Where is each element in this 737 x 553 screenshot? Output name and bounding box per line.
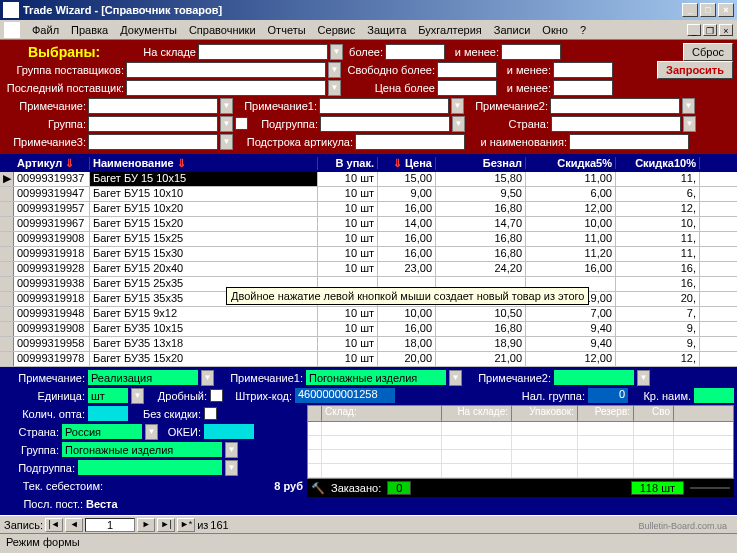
table-row[interactable]: 00999319928 Багет БУ15 20x40 10 шт 23,00… bbox=[0, 262, 737, 277]
menu-window[interactable]: Окно bbox=[536, 22, 574, 38]
table-row[interactable]: 00999319948 Багет БУ15 9x12 10 шт 10,00 … bbox=[0, 307, 737, 322]
detail-note1[interactable]: Погонажные изделия bbox=[306, 370, 446, 385]
menu-file[interactable]: Файл bbox=[26, 22, 65, 38]
freemore-input[interactable] bbox=[437, 62, 497, 78]
namesub-label: и наименования: bbox=[467, 136, 567, 148]
tooltip: Двойное нажатие левой кнопкой мыши созда… bbox=[226, 287, 589, 305]
detail-subgroup[interactable] bbox=[78, 460, 222, 475]
title-bar: Trade Wizard - [Справочник товаров] _ □ … bbox=[0, 0, 737, 20]
nav-next[interactable]: ► bbox=[137, 518, 155, 532]
less-input[interactable] bbox=[501, 44, 561, 60]
order-bar: 🔨 Заказано: 0 118 шт bbox=[307, 479, 734, 497]
window-title: Trade Wizard - [Справочник товаров] bbox=[23, 4, 682, 16]
grid-header: Артикул ⇓ Наименование ⇓ В упак. ⇓ Цена … bbox=[0, 154, 737, 172]
warehouse-row[interactable]: Дальний 0, 0, 0, 0 bbox=[308, 436, 733, 450]
request-button[interactable]: Запросить bbox=[657, 61, 733, 79]
nav-first[interactable]: |◄ bbox=[45, 518, 63, 532]
onstock-drop[interactable]: ▼ bbox=[330, 44, 343, 60]
note3-drop[interactable]: ▼ bbox=[220, 134, 233, 150]
lastsup-drop[interactable]: ▼ bbox=[328, 80, 341, 96]
less-label: и менее: bbox=[447, 46, 499, 58]
freemore-label: Свободно более: bbox=[343, 64, 435, 76]
less2-label: и менее: bbox=[499, 64, 551, 76]
group-input[interactable] bbox=[88, 116, 218, 132]
products-grid: Артикул ⇓ Наименование ⇓ В упак. ⇓ Цена … bbox=[0, 154, 737, 367]
supgroup-input[interactable] bbox=[126, 62, 326, 78]
lastsup-input[interactable] bbox=[126, 80, 326, 96]
nav-last[interactable]: ►| bbox=[157, 518, 175, 532]
onstock-label: На складе bbox=[126, 46, 196, 58]
menu-docs[interactable]: Документы bbox=[114, 22, 183, 38]
group-drop[interactable]: ▼ bbox=[220, 116, 233, 132]
detail-short[interactable] bbox=[694, 388, 734, 403]
reset-button[interactable]: Сброс bbox=[683, 43, 733, 61]
menu-records[interactable]: Записи bbox=[488, 22, 537, 38]
detail-unit[interactable]: шт bbox=[88, 388, 128, 403]
table-row[interactable]: ▶ 00999319937 Багет БУ 15 10x15 10 шт 15… bbox=[0, 172, 737, 187]
app-icon bbox=[3, 2, 19, 18]
detail-wholesale[interactable] bbox=[88, 406, 128, 421]
detail-note[interactable]: Реализация bbox=[88, 370, 198, 385]
detail-country[interactable]: Россия bbox=[62, 424, 142, 439]
menu-security[interactable]: Защита bbox=[361, 22, 412, 38]
note1-drop[interactable]: ▼ bbox=[451, 98, 464, 114]
detail-taxgrp[interactable]: 0 bbox=[588, 388, 628, 403]
warehouse-row[interactable]: Торговый зал 11, 1,1 0, 0 bbox=[308, 450, 733, 464]
menu-refs[interactable]: Справочники bbox=[183, 22, 262, 38]
table-row[interactable]: 00999319908 Багет БУ35 10x15 10 шт 16,00… bbox=[0, 322, 737, 337]
table-row[interactable]: 00999319958 Багет БУ35 13x18 10 шт 18,00… bbox=[0, 337, 737, 352]
mdi-close[interactable]: × bbox=[719, 24, 733, 36]
warehouse-row[interactable]: Центральный 0 0 0 0 bbox=[308, 464, 733, 478]
status-bar: Режим формы bbox=[0, 533, 737, 551]
frac-check[interactable] bbox=[210, 389, 223, 402]
menu-accounting[interactable]: Бухгалтерия bbox=[412, 22, 488, 38]
detail-group[interactable]: Погонажные изделия bbox=[62, 442, 222, 457]
detail-note2[interactable] bbox=[554, 370, 634, 385]
more-input[interactable] bbox=[385, 44, 445, 60]
nav-pos[interactable]: 1 bbox=[85, 518, 135, 532]
less3-input[interactable] bbox=[553, 80, 613, 96]
detail-okei[interactable] bbox=[204, 424, 254, 439]
note-drop[interactable]: ▼ bbox=[220, 98, 233, 114]
country-input[interactable] bbox=[551, 116, 681, 132]
namesub-input[interactable] bbox=[569, 134, 689, 150]
subgroup-check[interactable] bbox=[235, 117, 248, 130]
mdi-restore[interactable]: ❐ bbox=[703, 24, 717, 36]
mdi-min[interactable]: _ bbox=[687, 24, 701, 36]
nav-prev[interactable]: ◄ bbox=[65, 518, 83, 532]
note3-input[interactable] bbox=[88, 134, 218, 150]
maximize-button[interactable]: □ bbox=[700, 3, 716, 17]
less2-input[interactable] bbox=[553, 62, 613, 78]
menu-help[interactable]: ? bbox=[574, 22, 592, 38]
table-row[interactable]: 00999319918 Багет БУ15 15x30 10 шт 16,00… bbox=[0, 247, 737, 262]
note-input[interactable] bbox=[88, 98, 218, 114]
note2-label: Примечание2: bbox=[466, 100, 548, 112]
detail-barcode[interactable]: 4600000001258 bbox=[295, 388, 395, 403]
note2-input[interactable] bbox=[550, 98, 680, 114]
pricemore-input[interactable] bbox=[437, 80, 497, 96]
menu-reports[interactable]: Отчеты bbox=[262, 22, 312, 38]
minimize-button[interactable]: _ bbox=[682, 3, 698, 17]
subgroup-input[interactable] bbox=[320, 116, 450, 132]
supgroup-drop[interactable]: ▼ bbox=[328, 62, 341, 78]
nav-new[interactable]: ►* bbox=[177, 518, 195, 532]
warehouse-row[interactable]: ▶ Главный 107, 10,7 0, 0 bbox=[308, 422, 733, 436]
table-row[interactable]: 00999319947 Багет БУ15 10x10 10 шт 9,00 … bbox=[0, 187, 737, 202]
menu-service[interactable]: Сервис bbox=[312, 22, 362, 38]
country-drop[interactable]: ▼ bbox=[683, 116, 696, 132]
artsub-input[interactable] bbox=[355, 134, 465, 150]
subgroup-drop[interactable]: ▼ bbox=[452, 116, 465, 132]
nodisc-check[interactable] bbox=[204, 407, 217, 420]
table-row[interactable]: 00999319908 Багет БУ15 15x25 10 шт 16,00… bbox=[0, 232, 737, 247]
country-label: Страна: bbox=[467, 118, 549, 130]
table-row[interactable]: 00999319978 Багет БУ35 15x20 10 шт 20,00… bbox=[0, 352, 737, 367]
note1-input[interactable] bbox=[319, 98, 449, 114]
svg-rect-0 bbox=[4, 22, 20, 38]
table-row[interactable]: 00999319967 Багет БУ15 15x20 10 шт 14,00… bbox=[0, 217, 737, 232]
close-button[interactable]: × bbox=[718, 3, 734, 17]
menu-edit[interactable]: Правка bbox=[65, 22, 114, 38]
lastsup-label: Последний поставщик: bbox=[4, 82, 124, 94]
note2-drop[interactable]: ▼ bbox=[682, 98, 695, 114]
onstock-input[interactable] bbox=[198, 44, 328, 60]
table-row[interactable]: 00999319957 Багет БУ15 10x20 10 шт 16,00… bbox=[0, 202, 737, 217]
